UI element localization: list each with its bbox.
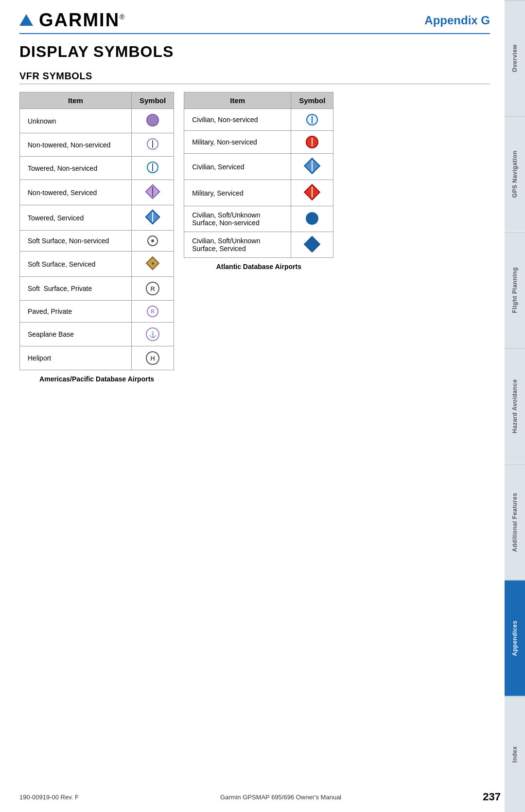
towered-svc-icon	[146, 210, 159, 224]
civ-soft-svc-icon	[305, 237, 319, 251]
sidebar-tab-gps-navigation[interactable]: GPS Navigation	[505, 116, 525, 232]
nontowered-nonsvc-icon	[147, 138, 158, 150]
symbol-civ-nonsvc	[291, 109, 333, 131]
sidebar-tab-index[interactable]: Index	[505, 696, 525, 812]
soft-private-icon: R	[146, 282, 159, 295]
symbol-soft-svc	[132, 252, 174, 277]
symbol-heliport: H	[132, 346, 174, 370]
symbol-soft-nonsvc	[132, 231, 174, 252]
table-row: Military, Serviced	[184, 180, 333, 206]
item-civ-soft-svc: Civilian, Soft/UnknownSurface, Serviced	[184, 232, 291, 258]
table-row: Paved, Private R	[20, 301, 174, 323]
footer: 190-00919-00 Rev. F Garmin GPSMAP 695/69…	[19, 791, 501, 803]
table-row: Towered, Non-serviced	[20, 157, 174, 180]
item-seaplane-base: Seaplane Base	[20, 323, 132, 346]
table-row: Military, Non-serviced	[184, 131, 333, 154]
appendix-label: Appendix G	[424, 10, 490, 27]
item-civ-svc: Civilian, Serviced	[184, 154, 291, 180]
right-col-symbol: Symbol	[291, 92, 333, 109]
page-number: 237	[483, 791, 501, 803]
table-row: Unknown	[20, 109, 174, 133]
right-table-caption: Atlantic Database Airports	[184, 263, 333, 271]
footer-manual-title: Garmin GPSMAP 695/696 Owner's Manual	[220, 794, 341, 801]
right-table-wrapper: Item Symbol Civilian, Non-serviced	[184, 92, 333, 271]
item-soft-svc: Soft Surface, Serviced	[20, 252, 132, 277]
symbol-paved-private: R	[132, 301, 174, 323]
table-row: Soft Surface, Non-serviced	[20, 231, 174, 252]
table-row: Non-towered, Non-serviced	[20, 133, 174, 157]
item-heliport: Heliport	[20, 346, 132, 370]
item-paved-private: Paved, Private	[20, 301, 132, 323]
brand-name: GARMIN®	[39, 10, 125, 31]
left-table-wrapper: Item Symbol Unknown Non-towered, Non-se	[19, 92, 174, 383]
sidebar-tab-flight-planning[interactable]: Flight Planning	[505, 232, 525, 348]
section-divider	[19, 84, 490, 84]
garmin-triangle-icon	[19, 14, 33, 26]
item-soft-nonsvc: Soft Surface, Non-serviced	[20, 231, 132, 252]
item-nontowered-svc: Non-towered, Serviced	[20, 180, 132, 205]
heliport-icon: H	[146, 351, 159, 365]
symbol-soft-private: R	[132, 277, 174, 301]
header: GARMIN® Appendix G	[19, 10, 490, 31]
left-symbol-table: Item Symbol Unknown Non-towered, Non-se	[19, 92, 174, 370]
symbol-nontowered-svc	[132, 180, 174, 205]
sidebar-tab-hazard-avoidance[interactable]: Hazard Avoidance	[505, 348, 525, 464]
sidebar-tab-overview[interactable]: Overview	[505, 0, 525, 116]
symbol-civ-soft-svc	[291, 232, 333, 258]
table-row: Civilian, Soft/UnknownSurface, Non-servi…	[184, 206, 333, 232]
symbol-mil-nonsvc	[291, 131, 333, 154]
sidebar-tab-appendices[interactable]: Appendices	[505, 580, 525, 696]
item-mil-svc: Military, Serviced	[184, 180, 291, 206]
soft-svc-icon	[146, 256, 159, 270]
section-title: VFR SYMBOLS	[19, 71, 490, 82]
right-symbol-table: Item Symbol Civilian, Non-serviced	[184, 92, 333, 258]
nontowered-svc-icon	[146, 185, 159, 198]
item-civ-nonsvc: Civilian, Non-serviced	[184, 109, 291, 131]
item-civ-soft-nonsvc: Civilian, Soft/UnknownSurface, Non-servi…	[184, 206, 291, 232]
tables-container: Item Symbol Unknown Non-towered, Non-se	[19, 92, 490, 383]
symbol-towered-nonsvc	[132, 157, 174, 180]
table-row: Soft Surface, Private R	[20, 277, 174, 301]
civ-nonsvc-icon	[306, 114, 318, 126]
left-table-caption: Americas/Pacific Database Airports	[19, 375, 174, 383]
civ-svc-icon	[305, 159, 319, 173]
towered-nonsvc-icon	[147, 162, 158, 173]
item-unknown: Unknown	[20, 109, 132, 133]
symbol-civ-soft-nonsvc	[291, 206, 333, 232]
paved-private-icon: R	[147, 306, 158, 317]
civ-soft-nonsvc-icon	[306, 212, 318, 225]
item-towered-svc: Towered, Serviced	[20, 205, 132, 231]
soft-nonsvc-icon	[147, 235, 158, 246]
table-row: Civilian, Non-serviced	[184, 109, 333, 131]
mil-nonsvc-icon	[306, 136, 318, 148]
mil-svc-icon	[305, 185, 319, 199]
unknown-symbol-icon	[146, 114, 159, 126]
footer-doc-id: 190-00919-00 Rev. F	[19, 794, 79, 801]
header-divider	[19, 33, 490, 34]
symbol-mil-svc	[291, 180, 333, 206]
symbol-nontowered-nonsvc	[132, 133, 174, 157]
table-row: Towered, Serviced	[20, 205, 174, 231]
item-nontowered-nonsvc: Non-towered, Non-serviced	[20, 133, 132, 157]
seaplane-base-icon: ⚓	[146, 327, 159, 341]
item-towered-nonsvc: Towered, Non-serviced	[20, 157, 132, 180]
symbol-civ-svc	[291, 154, 333, 180]
right-col-item: Item	[184, 92, 291, 109]
sidebar-tab-additional-features[interactable]: Additional Features	[505, 464, 525, 580]
table-row: Heliport H	[20, 346, 174, 370]
left-col-symbol: Symbol	[132, 92, 174, 109]
sidebar: Overview GPS Navigation Flight Planning …	[505, 0, 525, 812]
table-row: Soft Surface, Serviced	[20, 252, 174, 277]
item-soft-private: Soft Surface, Private	[20, 277, 132, 301]
left-col-item: Item	[20, 92, 132, 109]
item-mil-nonsvc: Military, Non-serviced	[184, 131, 291, 154]
symbol-unknown	[132, 109, 174, 133]
table-row: Civilian, Soft/UnknownSurface, Serviced	[184, 232, 333, 258]
main-content: GARMIN® Appendix G DISPLAY SYMBOLS VFR S…	[0, 0, 505, 812]
symbol-seaplane-base: ⚓	[132, 323, 174, 346]
table-row: Civilian, Serviced	[184, 154, 333, 180]
table-row: Seaplane Base ⚓	[20, 323, 174, 346]
table-row: Non-towered, Serviced	[20, 180, 174, 205]
page-title: DISPLAY SYMBOLS	[19, 43, 490, 61]
garmin-logo: GARMIN®	[19, 10, 125, 31]
